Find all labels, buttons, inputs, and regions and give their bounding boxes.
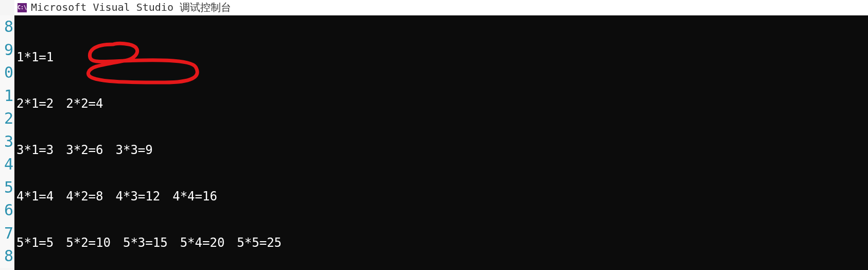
table-cell: 5*2=10 bbox=[66, 235, 123, 250]
table-cell: 5*3=15 bbox=[123, 235, 180, 250]
app-icon: C:\ bbox=[18, 3, 27, 12]
window-title: Microsoft Visual Studio 调试控制台 bbox=[31, 1, 231, 14]
line-number: 7 bbox=[0, 222, 13, 245]
table-row: 4*1=4 4*2=8 4*3=12 4*4=16 bbox=[16, 189, 866, 204]
table-cell: 2*1=2 bbox=[16, 96, 66, 111]
editor-line-numbers: 8 9 0 1 2 3 4 5 6 7 8 bbox=[0, 15, 14, 268]
table-cell: 4*3=12 bbox=[116, 189, 173, 204]
table-cell: 2*2=4 bbox=[66, 96, 103, 111]
table-cell: 3*3=9 bbox=[116, 142, 153, 158]
table-cell: 5*1=5 bbox=[16, 235, 66, 250]
table-row: 5*1=5 5*2=10 5*3=15 5*4=20 5*5=25 bbox=[16, 235, 866, 250]
line-number: 1 bbox=[0, 85, 13, 108]
line-number: 4 bbox=[0, 153, 13, 176]
table-cell: 1*1=1 bbox=[16, 49, 54, 65]
line-number: 2 bbox=[0, 107, 13, 130]
table-cell: 4*1=4 bbox=[16, 189, 66, 204]
table-cell: 5*4=20 bbox=[180, 235, 237, 250]
table-cell: 3*1=3 bbox=[16, 142, 66, 158]
line-number: 8 bbox=[0, 15, 13, 39]
line-number: 3 bbox=[0, 130, 13, 154]
line-number: 6 bbox=[0, 199, 13, 222]
table-cell: 4*4=16 bbox=[172, 189, 217, 204]
table-cell: 4*2=8 bbox=[66, 189, 115, 204]
line-number: 5 bbox=[0, 176, 13, 199]
window-titlebar[interactable]: C:\ Microsoft Visual Studio 调试控制台 bbox=[14, 0, 868, 15]
table-cell: 3*2=6 bbox=[66, 142, 115, 158]
line-number: 0 bbox=[0, 61, 13, 85]
console-output[interactable]: 1*1=1 2*1=2 2*2=4 3*1=3 3*2=6 3*3=9 4*1=… bbox=[14, 15, 868, 270]
table-row: 2*1=2 2*2=4 bbox=[16, 96, 866, 111]
table-cell: 5*5=25 bbox=[237, 235, 282, 250]
table-row: 1*1=1 bbox=[16, 49, 866, 65]
line-number: 8 bbox=[0, 245, 13, 268]
line-number: 9 bbox=[0, 39, 13, 62]
table-row: 3*1=3 3*2=6 3*3=9 bbox=[16, 142, 866, 158]
